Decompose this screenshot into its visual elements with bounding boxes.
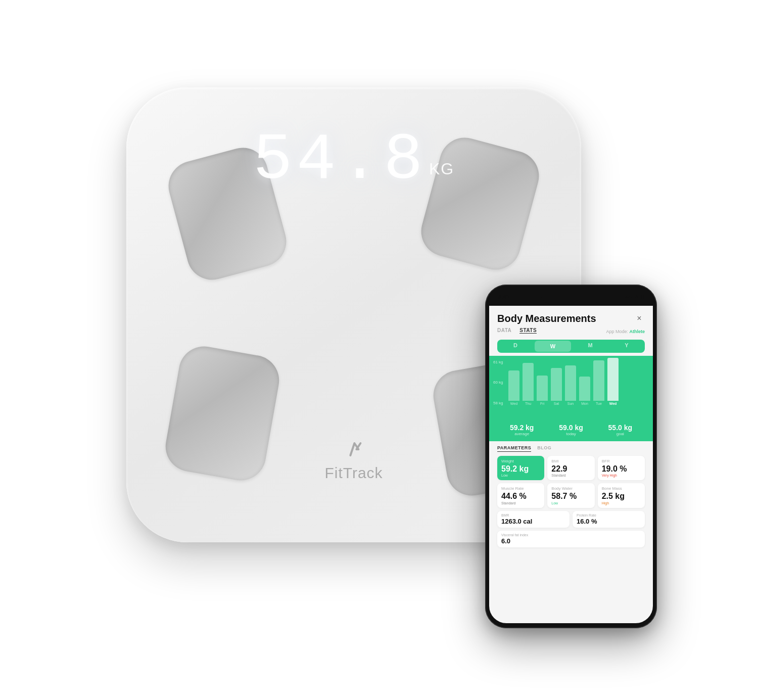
- param-bfr: BFR 19.0 % Very High: [598, 456, 645, 481]
- stat-today-label: today: [546, 432, 595, 436]
- x-label-6: Mon: [581, 402, 588, 405]
- pad-bottom-left: [162, 342, 283, 484]
- param-protein-name: Protein Rate: [577, 514, 641, 517]
- bar-wed2: Wed: [607, 358, 619, 405]
- param-bmr-value: 1263.0 cal: [501, 518, 565, 525]
- params-section: PARAMETERS BLOG Weight 59.2 kg Low BMI 2…: [489, 441, 653, 547]
- stat-today-value: 59.0 kg: [546, 424, 595, 432]
- bar-thu: Thu: [523, 363, 534, 405]
- chart-bars: Wed Thu Fri Sat: [508, 360, 645, 405]
- stat-average-value: 59.2 kg: [497, 424, 546, 432]
- phone-notch: [541, 290, 601, 304]
- app-mode: App Mode: Athlete: [606, 329, 645, 334]
- time-selector: D W M Y: [497, 340, 645, 353]
- phone: 9:41 ●●● ▲ ▮ Body Measurements × DATA ST…: [485, 285, 657, 628]
- tab-data[interactable]: DATA: [497, 328, 511, 334]
- time-btn-y[interactable]: Y: [608, 340, 645, 353]
- param-weight-status: Low: [501, 474, 540, 477]
- param-water-status: Low: [551, 501, 590, 505]
- app-tabs: DATA STATS: [497, 328, 537, 334]
- stat-goal-value: 55.0 kg: [596, 424, 645, 432]
- bar-wed1: Wed: [508, 370, 519, 405]
- status-icons: ●●● ▲ ▮: [624, 294, 644, 299]
- bar-3: [537, 376, 548, 401]
- param-bfr-value: 19.0 %: [602, 464, 641, 474]
- param-muscle: Muscle Rate 44.6 % Standard: [497, 483, 544, 508]
- bar-tue: Tue: [593, 360, 604, 405]
- param-bmi-name: BMI: [551, 459, 590, 463]
- param-bmr-name: BMR: [501, 514, 565, 517]
- x-label-5: Sun: [567, 402, 574, 405]
- close-button[interactable]: ×: [634, 313, 645, 324]
- param-visceral-name: Visceral fat index: [501, 533, 641, 537]
- param-row-bottom: BMR 1263.0 cal Protein Rate 16.0 % Visce…: [497, 511, 645, 547]
- param-visceral: Visceral fat index 6.0: [497, 531, 645, 547]
- param-water-value: 58.7 %: [551, 492, 590, 501]
- x-label-7: Tue: [596, 402, 602, 405]
- param-muscle-status: Standard: [501, 501, 540, 505]
- weight-chart: 61 kg 60 kg 58 kg Wed Thu Fri: [489, 356, 653, 422]
- time-btn-w[interactable]: W: [535, 341, 571, 352]
- time-btn-d[interactable]: D: [497, 340, 534, 353]
- x-label-2: Thu: [525, 402, 531, 405]
- param-bmr: BMR 1263.0 cal: [497, 511, 570, 528]
- app-title: Body Measurements: [497, 313, 596, 324]
- param-grid: Weight 59.2 kg Low BMI 22.9 Standard BFR…: [497, 456, 645, 508]
- param-bone-name: Bone Mass: [602, 486, 641, 491]
- param-bone-value: 2.5 kg: [602, 492, 641, 501]
- stat-goal-label: goal: [596, 432, 645, 436]
- stats-row: 59.2 kg average 59.0 kg today 55.0 kg go…: [489, 422, 653, 441]
- param-bmi-status: Standard: [551, 474, 590, 477]
- x-label-8: Wed: [609, 402, 617, 405]
- x-label-3: Fri: [540, 402, 544, 405]
- bar-8: [607, 358, 619, 401]
- y-label-2: 60 kg: [493, 380, 503, 385]
- chart-y-axis: 61 kg 60 kg 58 kg: [493, 360, 503, 405]
- param-bfr-name: BFR: [602, 459, 641, 463]
- app-header-top: Body Measurements ×: [497, 313, 645, 324]
- battery-icon: ▮: [641, 294, 644, 299]
- brand-name: FitTrack: [324, 464, 383, 482]
- param-weight-name: Weight: [501, 459, 540, 463]
- param-protein-value: 16.0 %: [577, 518, 641, 525]
- param-bmi: BMI 22.9 Standard: [547, 456, 594, 481]
- wifi-icon: ▲: [634, 294, 639, 299]
- bar-mon: Mon: [579, 377, 590, 405]
- bar-6: [579, 377, 590, 401]
- tab-stats[interactable]: STATS: [519, 328, 537, 334]
- stat-goal: 55.0 kg goal: [596, 424, 645, 436]
- param-water-name: Body Water: [551, 486, 590, 491]
- scale-weight-value: 54.8: [253, 123, 427, 198]
- param-water: Body Water 58.7 % Low: [547, 483, 594, 508]
- params-tab-blog[interactable]: BLOG: [537, 445, 551, 452]
- x-label-1: Wed: [510, 402, 517, 405]
- bar-2: [523, 363, 534, 401]
- y-label-3: 58 kg: [493, 401, 503, 405]
- param-protein: Protein Rate 16.0 %: [573, 511, 645, 528]
- scale-unit: KG: [429, 160, 454, 178]
- param-bone-status: High: [602, 501, 641, 505]
- stat-average: 59.2 kg average: [497, 424, 546, 436]
- param-muscle-value: 44.6 %: [501, 492, 540, 501]
- bar-fri: Fri: [537, 376, 548, 405]
- bar-sun: Sun: [565, 365, 576, 405]
- bar-7: [593, 360, 604, 401]
- param-weight: Weight 59.2 kg Low: [497, 456, 544, 481]
- status-time: 9:41: [498, 294, 509, 300]
- fittrack-logo: FitTrack: [324, 436, 383, 482]
- params-tab-parameters[interactable]: PARAMETERS: [497, 445, 531, 452]
- param-bfr-status: Very High: [602, 474, 641, 477]
- bar-4: [551, 368, 562, 401]
- param-bone: Bone Mass 2.5 kg High: [598, 483, 645, 508]
- params-tabs: PARAMETERS BLOG: [497, 445, 645, 452]
- time-btn-m[interactable]: M: [572, 340, 608, 353]
- app-header: Body Measurements × DATA STATS App Mode:…: [489, 306, 653, 340]
- y-label-1: 61 kg: [493, 360, 503, 364]
- fittrack-icon: [341, 436, 366, 461]
- signal-icon: ●●●: [624, 294, 632, 299]
- scale-display: 54.8KG: [253, 128, 454, 194]
- stat-today: 59.0 kg today: [546, 424, 595, 436]
- x-label-4: Sat: [554, 402, 559, 405]
- bar-sat: Sat: [551, 368, 562, 405]
- app-screen: Body Measurements × DATA STATS App Mode:…: [489, 306, 653, 623]
